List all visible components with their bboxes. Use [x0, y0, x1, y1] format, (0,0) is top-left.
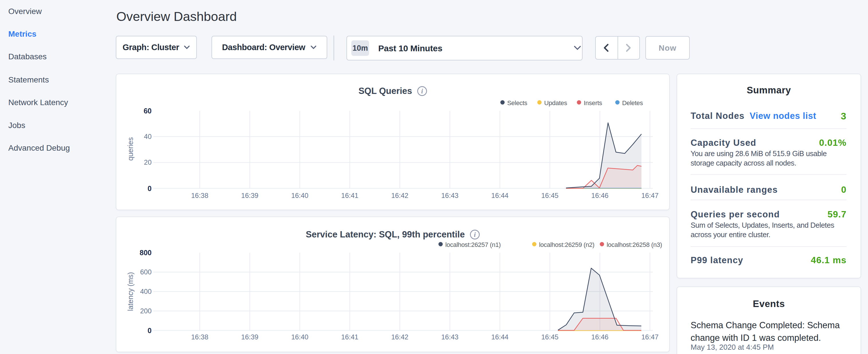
svg-text:i: i	[474, 231, 476, 238]
svg-text:i: i	[421, 88, 423, 95]
